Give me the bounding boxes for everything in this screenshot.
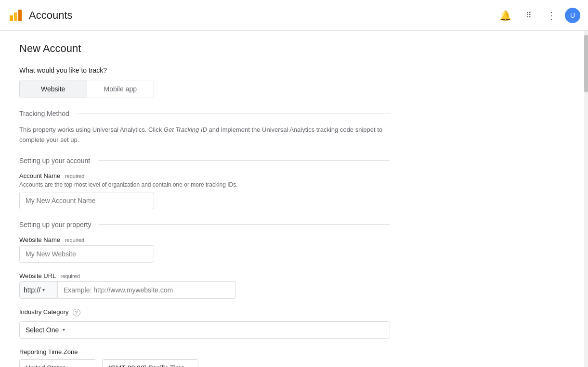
scrollbar[interactable]	[584, 31, 588, 367]
property-setup-label: Setting up your property	[19, 221, 91, 228]
avatar-initial: U	[570, 12, 575, 19]
country-select[interactable]: United States ▾	[19, 359, 96, 367]
industry-category-label-row: Industry Category ?	[19, 308, 390, 317]
website-url-input[interactable]	[58, 281, 236, 299]
industry-category-label: Industry Category	[19, 308, 69, 316]
tracking-method-label: Tracking Method	[19, 110, 69, 117]
header-actions: 🔔 ⠿ ⋮ U	[496, 6, 580, 25]
apps-grid-icon: ⠿	[526, 12, 531, 19]
page-title: New Account	[19, 42, 390, 55]
notification-button[interactable]: 🔔	[496, 6, 515, 25]
more-options-button[interactable]: ⋮	[542, 6, 561, 25]
industry-category-select[interactable]: Select One ▾	[19, 321, 390, 339]
tracking-description: This property works using Universal Anal…	[19, 125, 390, 145]
account-name-label: Account Name required	[19, 172, 390, 179]
account-setup-label: Setting up your account	[19, 157, 90, 165]
app-header: Accounts 🔔 ⠿ ⋮ U	[0, 0, 588, 31]
tracking-method-section: Tracking Method This property works usin…	[19, 110, 390, 145]
website-url-group: http:// ▾	[19, 281, 236, 299]
account-setup-header: Setting up your account	[19, 157, 390, 165]
website-name-label: Website Name required	[19, 236, 390, 243]
industry-category-help-icon[interactable]: ?	[73, 309, 80, 316]
website-url-required: required	[61, 273, 80, 279]
svg-rect-0	[10, 15, 13, 21]
header-title: Accounts	[29, 9, 73, 22]
scrollbar-thumb[interactable]	[584, 35, 588, 92]
notification-icon: 🔔	[499, 10, 511, 21]
apps-grid-button[interactable]: ⠿	[519, 6, 538, 25]
logo-group: Accounts	[8, 8, 73, 23]
website-name-required: required	[65, 237, 84, 243]
track-question: What would you like to track?	[19, 66, 390, 74]
protocol-select[interactable]: http:// ▾	[19, 281, 58, 299]
property-setup-header: Setting up your property	[19, 221, 390, 228]
account-setup-divider	[98, 160, 390, 161]
get-tracking-id-link[interactable]: Get Tracking ID	[164, 126, 207, 133]
main-content: New Account What would you like to track…	[0, 31, 409, 367]
tracking-method-divider	[77, 114, 390, 114]
svg-rect-2	[18, 10, 22, 21]
protocol-chevron-icon: ▾	[42, 287, 45, 292]
tab-mobile-app[interactable]: Mobile app	[87, 80, 154, 98]
avatar[interactable]: U	[565, 8, 580, 23]
property-setup-section: Setting up your property Website Name re…	[19, 221, 390, 367]
tracking-method-header: Tracking Method	[19, 110, 390, 117]
account-name-description: Accounts are the top-most level of organ…	[19, 181, 390, 188]
country-chevron-icon: ▾	[70, 365, 72, 367]
timezone-select[interactable]: (GMT-08:00) Pacific Time ▾	[102, 359, 198, 367]
website-url-label: Website URL required	[19, 272, 390, 279]
country-value: United States	[26, 364, 66, 367]
svg-rect-1	[14, 13, 17, 21]
industry-category-value: Select One	[26, 326, 59, 334]
timezone-select-row: United States ▾ (GMT-08:00) Pacific Time…	[19, 359, 390, 367]
timezone-chevron-icon: ▾	[189, 365, 191, 367]
account-name-required: required	[65, 173, 84, 179]
account-setup-section: Setting up your account Account Name req…	[19, 157, 390, 209]
reporting-timezone-label: Reporting Time Zone	[19, 348, 390, 355]
timezone-value: (GMT-08:00) Pacific Time	[108, 364, 185, 367]
industry-category-chevron-icon: ▾	[63, 327, 65, 332]
more-vert-icon: ⋮	[547, 10, 556, 21]
website-name-input[interactable]	[19, 245, 154, 263]
analytics-logo-icon	[8, 8, 23, 23]
protocol-value: http://	[24, 286, 40, 294]
account-name-input[interactable]	[19, 192, 154, 209]
track-type-tabs: Website Mobile app	[19, 80, 154, 98]
property-setup-divider	[99, 224, 390, 225]
tab-website[interactable]: Website	[20, 80, 87, 98]
